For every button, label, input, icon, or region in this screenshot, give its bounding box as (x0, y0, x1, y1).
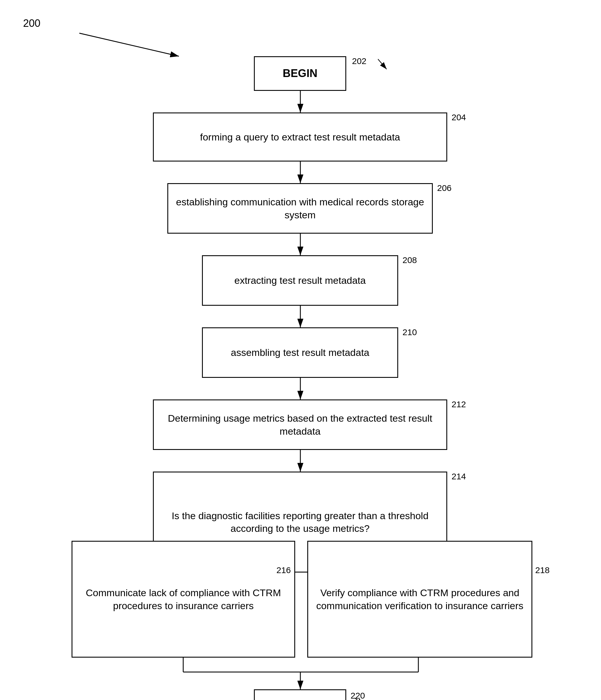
ref-208: 208 (403, 255, 417, 265)
diagram-container: 200 (0, 0, 601, 700)
step-204-box: forming a query to extract test result m… (153, 112, 447, 161)
ref-204: 204 (452, 112, 466, 122)
svg-line-0 (79, 33, 179, 56)
figure-label: 200 (23, 17, 41, 29)
step-216-box: Communicate lack of compliance with CTRM… (72, 541, 295, 658)
step-208-box: extracting test result metadata (202, 255, 398, 306)
step-210-box: assembling test result metadata (202, 327, 398, 378)
svg-line-3 (378, 59, 387, 69)
ref-216: 216 (277, 565, 291, 575)
ref-218: 218 (535, 565, 550, 575)
ref-206: 206 (437, 183, 452, 193)
ref-214: 214 (452, 472, 466, 481)
ref-202: 202 (352, 56, 366, 66)
ref-220: 220 (351, 691, 365, 700)
ref-210: 210 (403, 327, 417, 337)
step-206-box: establishing communication with medical … (167, 183, 433, 234)
end-box: End (254, 689, 346, 700)
step-218-box: Verify compliance with CTRM procedures a… (307, 541, 532, 658)
step-212-box: Determining usage metrics based on the e… (153, 399, 447, 450)
ref-212: 212 (452, 399, 466, 409)
begin-box: BEGIN (254, 56, 346, 91)
